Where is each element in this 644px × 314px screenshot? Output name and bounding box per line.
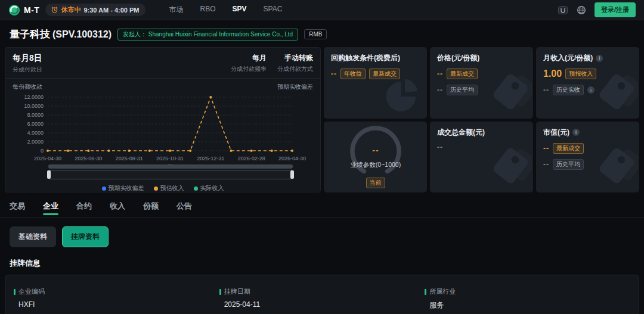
nav-item-market[interactable]: 市场 xyxy=(169,5,184,15)
svg-text:2026-02-28: 2026-02-28 xyxy=(238,156,265,161)
datazoom-window[interactable] xyxy=(48,170,293,179)
info-icon[interactable]: i xyxy=(572,129,580,136)
nav-item-rbo[interactable]: RBO xyxy=(200,5,216,15)
asset-header: 量子科技 (SPV.100312) 发起人： Shanghai Huixin F… xyxy=(0,20,644,47)
topbar: M-T 休市中 9:30 AM - 4:00 PM 市场 RBO SPV SPA… xyxy=(0,0,644,20)
badge-forecast-income: 预报收入 xyxy=(565,69,596,79)
sponsor-tag: 发起人： Shanghai Huixin Financial Informati… xyxy=(117,29,298,41)
card-market-cap: 市值(元) i -- 最新成交 -- 历史平均 xyxy=(536,122,639,193)
pay-frequency-value: 每月 xyxy=(231,53,267,63)
card-title: 市值(元) xyxy=(543,128,569,138)
card-title: 月收入(元/份额) xyxy=(543,53,593,63)
info-icon[interactable]: i xyxy=(587,86,595,94)
globe-icon[interactable] xyxy=(577,5,586,15)
clock-icon xyxy=(51,7,58,13)
card-title: 回购触发条件(税费后) xyxy=(331,53,420,63)
badge-current: 当前 xyxy=(366,178,385,188)
legend-label: 预期实收偏差 xyxy=(109,184,144,192)
legend-label: 实际收入 xyxy=(200,184,224,192)
badge-latest-trade: 最新成交 xyxy=(369,69,400,79)
tags-icon xyxy=(484,145,532,192)
currency-tag: RMB xyxy=(304,29,327,39)
legend-dot-green xyxy=(194,186,198,191)
chart-legend: 预期实收偏差 预估收入 实际收入 xyxy=(5,184,320,192)
legend-dot-orange xyxy=(154,186,158,191)
pie-chart-icon xyxy=(382,76,426,119)
monthly-income-hist-value: -- xyxy=(543,86,549,94)
main-nav: 市场 RBO SPV SPAC xyxy=(169,5,283,15)
right-axis-name: 预期实收偏差 xyxy=(277,83,313,91)
svg-text:2025-08-31: 2025-08-31 xyxy=(116,156,143,161)
datazoom-grip-icon: ⋯ xyxy=(168,162,174,167)
detail-tabs: 交易 企业 合约 收入 份额 公告 xyxy=(0,192,644,218)
gauge-icon: -- 业绩参数(0~1000) xyxy=(341,125,410,178)
gauge-label: 业绩参数(0~1000) xyxy=(350,161,400,168)
tab-income[interactable]: 收入 xyxy=(110,201,125,217)
datazoom-handle-left[interactable] xyxy=(47,170,51,179)
gauge-value: -- xyxy=(372,145,379,155)
card-performance-gauge: -- 业绩参数(0~1000) 当前 xyxy=(324,122,427,193)
svg-text:12.0000: 12.0000 xyxy=(24,94,44,100)
monitor-icon[interactable] xyxy=(558,5,568,15)
card-price: 价格(元/份额) -- 最新成交 -- 历史平均 xyxy=(430,47,533,119)
page-title: 量子科技 (SPV.100312) xyxy=(10,27,112,41)
datazoom-scrollbar[interactable]: ⋯ xyxy=(48,164,293,169)
card-title: 成交总金额(元) xyxy=(437,128,526,138)
login-register-button[interactable]: 登录/注册 xyxy=(595,2,636,17)
field-bar xyxy=(219,289,221,295)
svg-text:2026-04-30: 2026-04-30 xyxy=(278,156,306,161)
market-status-label: 休市中 xyxy=(61,5,80,14)
field-listing-date: 挂牌日期 2025-04-11 xyxy=(219,287,425,310)
enterprise-subtabs: 基础资料 挂牌资料 xyxy=(0,218,644,247)
legend-item-forecast-income[interactable]: 预估收入 xyxy=(154,184,184,192)
badge-historic-average: 历史平均 xyxy=(553,159,584,170)
logo-icon xyxy=(8,4,20,16)
field-label: 所属行业 xyxy=(429,287,456,296)
market-hours: 9:30 AM - 4:00 PM xyxy=(83,7,139,14)
field-value: 2025-04-11 xyxy=(219,300,425,309)
main-content: 每月8日 分成付款日 每月 分成付款频率 手动转账 分成付款方式 每份额收款 预… xyxy=(0,47,644,192)
pay-method-label: 分成付款方式 xyxy=(277,65,313,73)
datazoom-handle-right[interactable] xyxy=(290,170,294,179)
tab-trading[interactable]: 交易 xyxy=(10,201,25,217)
tab-announcements[interactable]: 公告 xyxy=(177,201,192,217)
subtab-listing-info[interactable]: 挂牌资料 xyxy=(62,226,109,247)
badge-historic-received: 历史实收 xyxy=(553,85,584,95)
field-label: 企业编码 xyxy=(18,287,45,296)
y-axis-name: 每份额收款 xyxy=(13,83,42,91)
pay-day-label: 分成付款日 xyxy=(13,66,42,74)
field-value: 服务 xyxy=(425,300,630,310)
legend-item-expected-deviation[interactable]: 预期实收偏差 xyxy=(102,184,144,192)
svg-text:4.0000: 4.0000 xyxy=(27,130,44,136)
field-label: 挂牌日期 xyxy=(224,287,250,296)
market-cap-latest-value: -- xyxy=(543,144,549,153)
logo[interactable]: M-T xyxy=(8,4,39,16)
svg-text:10.0000: 10.0000 xyxy=(24,103,44,109)
svg-text:8.0000: 8.0000 xyxy=(27,112,44,118)
card-total-turnover: 成交总金额(元) -- xyxy=(430,122,533,193)
pay-day-value: 每月8日 xyxy=(13,53,42,64)
top-actions: 登录/注册 xyxy=(558,2,636,17)
monthly-income-latest-value: 1.00 xyxy=(543,69,562,79)
pay-frequency-label: 分成付款频率 xyxy=(231,65,267,73)
subtab-basic-info[interactable]: 基础资料 xyxy=(10,226,56,247)
tab-contract[interactable]: 合约 xyxy=(76,201,92,217)
info-icon[interactable]: i xyxy=(596,55,603,62)
svg-text:2025-06-30: 2025-06-30 xyxy=(75,156,102,161)
market-status: 休市中 9:30 AM - 4:00 PM xyxy=(45,4,145,16)
market-cap-hist-value: -- xyxy=(543,160,549,169)
card-title: 价格(元/份额) xyxy=(437,53,526,63)
nav-item-spac[interactable]: SPAC xyxy=(264,5,283,15)
datazoom: ⋯ xyxy=(48,164,293,179)
tab-enterprise[interactable]: 企业 xyxy=(43,201,58,217)
field-bar xyxy=(14,289,16,295)
tab-shares[interactable]: 份额 xyxy=(143,201,159,217)
payout-chart-panel: 每月8日 分成付款日 每月 分成付款频率 手动转账 分成付款方式 每份额收款 预… xyxy=(5,47,321,192)
asset-name: 量子科技 xyxy=(10,27,50,41)
badge-annual-yield: 年收益 xyxy=(340,69,366,79)
payout-panel-header: 每月8日 分成付款日 每月 分成付款频率 手动转账 分成付款方式 xyxy=(5,48,320,79)
listing-info-card: 企业编码 HXFI 挂牌日期 2025-04-11 所属行业 服务 主要业态 数… xyxy=(5,275,639,314)
svg-text:6.0000: 6.0000 xyxy=(27,121,44,127)
legend-item-actual-income[interactable]: 实际收入 xyxy=(194,184,224,192)
nav-item-spv[interactable]: SPV xyxy=(233,5,247,15)
